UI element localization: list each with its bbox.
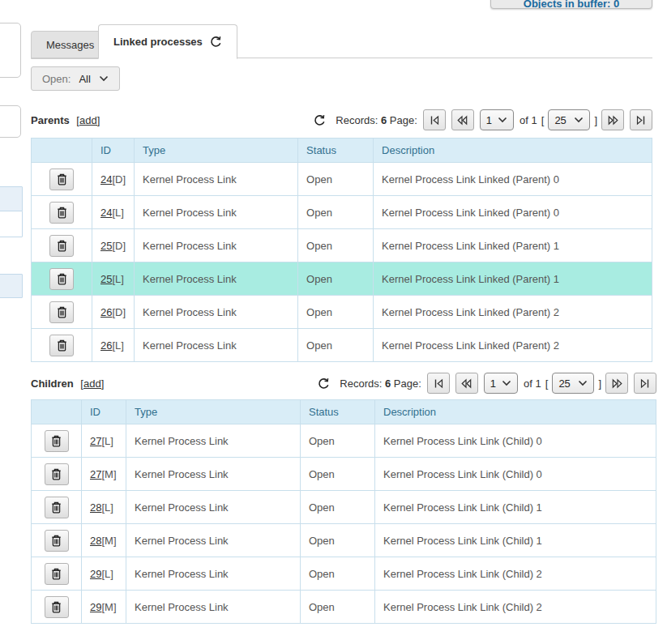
record-id-tag: [L] [112, 207, 123, 219]
description-cell: Kernel Process Link Linked (Parent) 0 [374, 163, 652, 196]
delete-button[interactable] [49, 335, 74, 356]
record-id-link[interactable]: 28 [90, 501, 101, 514]
type-cell: Kernel Process Link [126, 591, 301, 624]
delete-button[interactable] [45, 530, 69, 552]
record-id-tag: [L] [101, 435, 113, 447]
objects-in-buffer-button[interactable]: Objects in buffer: 0 [490, 0, 652, 9]
previous-page-button[interactable] [451, 109, 474, 130]
record-id-link[interactable]: 27 [90, 468, 101, 480]
delete-button[interactable] [49, 301, 74, 323]
children-title: Children [31, 377, 74, 390]
table-row: 28[M]Kernel Process LinkOpenKernel Proce… [32, 524, 656, 557]
id-cell: 29[M] [82, 591, 126, 624]
type-cell: Kernel Process Link [126, 424, 301, 458]
description-cell: Kernel Process Link Linked (Parent) 2 [374, 329, 652, 362]
table-row: 28[L]Kernel Process LinkOpenKernel Proce… [32, 491, 656, 524]
previous-page-button[interactable] [455, 373, 478, 394]
delete-cell [32, 591, 82, 624]
record-id-tag: [L] [112, 339, 123, 352]
parents-add-link[interactable]: [add] [76, 114, 100, 126]
delete-button[interactable] [49, 235, 74, 257]
next-page-button[interactable] [605, 373, 628, 394]
page-select[interactable]: 1 [480, 109, 514, 130]
page-select[interactable]: 1 [484, 373, 518, 394]
delete-button[interactable] [49, 268, 74, 290]
of-pages-text: of 1 [524, 377, 541, 390]
last-page-button[interactable] [634, 373, 656, 394]
description-cell: Kernel Process Link Link (Child) 2 [375, 591, 656, 624]
left-panel-fragment [0, 186, 23, 211]
column-header-description: Description [374, 139, 652, 163]
status-cell: Open [301, 491, 375, 524]
status-cell: Open [298, 329, 374, 362]
children-add-link[interactable]: [add] [80, 377, 104, 390]
refresh-icon[interactable] [210, 36, 222, 48]
table-row: 26[D]Kernel Process LinkOpenKernel Proce… [32, 296, 652, 329]
children-table: ID Type Status Description 27[L]Kernel P… [31, 399, 656, 624]
description-cell: Kernel Process Link Linked (Parent) 2 [374, 296, 652, 329]
of-pages-text: of 1 [519, 114, 537, 126]
page-size-select[interactable]: 25 [552, 373, 594, 394]
description-cell: Kernel Process Link Linked (Parent) 1 [374, 262, 652, 296]
open-filter-select[interactable]: Open: All [31, 66, 120, 91]
delete-button[interactable] [45, 563, 69, 585]
status-cell: Open [301, 458, 375, 491]
record-id-tag: [M] [101, 468, 116, 480]
record-id-link[interactable]: 29 [90, 601, 101, 613]
record-id-link[interactable]: 25 [100, 273, 112, 285]
description-cell: Kernel Process Link Linked (Parent) 0 [374, 196, 652, 229]
record-id-link[interactable]: 26 [100, 339, 112, 352]
record-id-link[interactable]: 27 [90, 435, 101, 447]
refresh-icon[interactable] [314, 114, 326, 126]
delete-button[interactable] [49, 168, 74, 190]
id-cell: 26[L] [92, 329, 135, 362]
page-size-select[interactable]: 25 [548, 109, 590, 130]
next-page-button[interactable] [601, 109, 624, 130]
record-id-link[interactable]: 26 [100, 306, 112, 318]
delete-button[interactable] [45, 596, 69, 618]
column-header-status: Status [301, 400, 375, 424]
parents-title: Parents [31, 114, 70, 126]
column-header-delete [32, 400, 82, 424]
tab-messages-label: Messages [46, 39, 94, 51]
open-filter-value: All [79, 73, 90, 85]
trash-icon [51, 568, 62, 580]
delete-button[interactable] [45, 497, 69, 518]
delete-cell [32, 262, 92, 296]
delete-cell [32, 196, 92, 229]
tab-linked-processes[interactable]: Linked processes [98, 24, 237, 59]
trash-icon [51, 501, 62, 514]
delete-cell [32, 163, 92, 196]
type-cell: Kernel Process Link [135, 329, 298, 362]
table-row: 25[D]Kernel Process LinkOpenKernel Proce… [32, 229, 652, 262]
status-cell: Open [298, 229, 374, 262]
delete-cell [32, 458, 82, 491]
trash-icon [51, 601, 62, 613]
first-page-button[interactable] [427, 373, 450, 394]
first-page-button[interactable] [423, 109, 446, 130]
record-id-link[interactable]: 28 [90, 535, 101, 547]
id-cell: 27[L] [82, 424, 126, 458]
record-id-link[interactable]: 25 [100, 240, 112, 252]
chevron-down-icon [99, 75, 109, 82]
refresh-icon[interactable] [318, 377, 330, 390]
record-id-link[interactable]: 24 [100, 173, 112, 186]
record-id-link[interactable]: 29 [90, 568, 101, 580]
column-header-id: ID [92, 139, 135, 163]
description-cell: Kernel Process Link Link (Child) 0 [375, 424, 656, 458]
delete-button[interactable] [45, 430, 69, 452]
last-page-button[interactable] [630, 109, 652, 130]
status-cell: Open [298, 196, 374, 229]
table-row: 29[L]Kernel Process LinkOpenKernel Proce… [32, 557, 656, 591]
delete-button[interactable] [49, 202, 74, 224]
linked-processes-panel: Messages Linked processes Open: All Pare… [31, 24, 656, 624]
trash-icon [51, 468, 62, 480]
record-id-link[interactable]: 24 [100, 207, 112, 219]
record-id-tag: [M] [101, 535, 116, 547]
id-cell: 29[L] [82, 557, 126, 591]
trash-icon [51, 435, 62, 447]
tab-bar: Messages Linked processes [31, 24, 652, 58]
delete-button[interactable] [45, 463, 69, 485]
type-cell: Kernel Process Link [126, 524, 301, 557]
bracket-close: ] [598, 377, 601, 390]
